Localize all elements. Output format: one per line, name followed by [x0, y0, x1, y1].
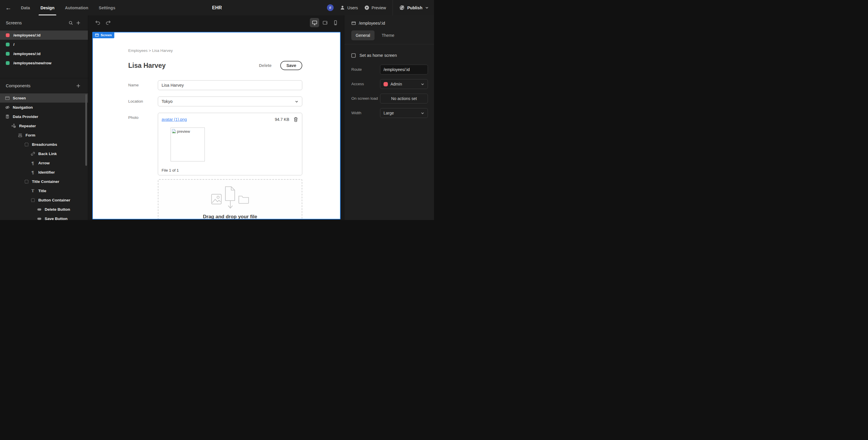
- publish-button[interactable]: Publish: [399, 5, 429, 10]
- file-card: avatar (1).png 94.7 KB: [158, 113, 302, 175]
- screen-badge[interactable]: Screen: [92, 32, 114, 38]
- width-label: Width: [351, 108, 362, 118]
- tree-item-delete-button[interactable]: Delete Button: [0, 205, 88, 214]
- history-controls: [95, 20, 112, 26]
- route-label: Route: [351, 65, 362, 74]
- text-icon: ¶: [30, 170, 35, 175]
- access-row: Access Admin: [351, 79, 428, 89]
- tree-item-button-container[interactable]: Button Container: [0, 195, 88, 205]
- container-icon: [24, 179, 29, 184]
- download-arrow-icon: [227, 201, 234, 209]
- database-icon: [5, 114, 10, 119]
- location-select[interactable]: Tokyo: [158, 97, 302, 106]
- tree-item-repeater[interactable]: Repeater: [0, 121, 88, 130]
- tree-item-title-container[interactable]: Title Container: [0, 177, 88, 186]
- home-screen-checkbox[interactable]: [351, 53, 356, 58]
- delete-button[interactable]: Delete: [259, 63, 272, 68]
- tree-item-arrow[interactable]: ¶ Arrow: [0, 158, 88, 168]
- eye-off-icon: [5, 105, 10, 110]
- file-link[interactable]: avatar (1).png: [162, 117, 187, 122]
- photo-field-row: Photo avatar (1).png 94.7 KB: [128, 113, 302, 175]
- form-content: Employees > Lisa Harvey Lisa Harvey Dele…: [128, 32, 302, 219]
- mobile-view-button[interactable]: [331, 18, 340, 27]
- dropzone-icons: [211, 186, 249, 210]
- preview-button[interactable]: Preview: [364, 5, 386, 10]
- on-screen-load-button[interactable]: No actions set: [380, 94, 428, 103]
- publish-label: Publish: [407, 5, 423, 10]
- location-value: Tokyo: [162, 99, 173, 104]
- access-label: Access: [351, 79, 364, 89]
- screen-item-employees-id-2[interactable]: /employees/:id: [0, 49, 88, 58]
- save-button[interactable]: Save: [280, 61, 302, 70]
- button-icon: [36, 216, 42, 220]
- on-screen-load-label: On screen load: [351, 94, 378, 103]
- play-icon: [364, 5, 369, 10]
- tab-theme[interactable]: Theme: [377, 30, 399, 40]
- add-screen-button[interactable]: [74, 19, 82, 27]
- tree-item-title[interactable]: T Title: [0, 186, 88, 195]
- tree-item-form[interactable]: Form: [0, 130, 88, 140]
- page-title: Lisa Harvey: [128, 62, 259, 70]
- components-title: Components: [6, 83, 30, 88]
- name-field-row: Name: [128, 80, 302, 90]
- screen-item-employees-id[interactable]: /employees/:id: [0, 30, 88, 40]
- tree-item-save-button[interactable]: Save Button: [0, 214, 88, 220]
- access-select[interactable]: Admin: [380, 79, 428, 89]
- location-label: Location: [128, 97, 143, 106]
- tab-data[interactable]: Data: [17, 0, 34, 15]
- file-dropzone[interactable]: Drag and drop your file: [158, 179, 302, 219]
- component-tree: Screen Navigation Data Provider Repeater: [0, 93, 88, 220]
- tree-item-identifier[interactable]: ¶ Identifier: [0, 168, 88, 177]
- back-arrow-icon[interactable]: ←: [0, 0, 17, 15]
- screen-badge-label: Screen: [101, 33, 112, 37]
- search-icon[interactable]: [67, 19, 74, 27]
- tablet-view-button[interactable]: [320, 18, 330, 27]
- screen-status-dot: [6, 52, 9, 56]
- add-component-button[interactable]: [74, 82, 82, 90]
- name-input[interactable]: [158, 80, 302, 90]
- tab-automation[interactable]: Automation: [61, 0, 93, 15]
- width-select[interactable]: Large: [380, 108, 428, 118]
- desktop-view-button[interactable]: [310, 18, 319, 27]
- trash-icon[interactable]: [293, 116, 299, 122]
- tree-item-data-provider[interactable]: Data Provider: [0, 112, 88, 121]
- tab-settings[interactable]: Settings: [95, 0, 119, 15]
- tree-item-breadcrumbs[interactable]: Breadcrumbs: [0, 140, 88, 149]
- tab-design[interactable]: Design: [36, 0, 58, 15]
- users-button[interactable]: Users: [340, 5, 358, 10]
- tab-general[interactable]: General: [351, 30, 375, 40]
- preview-alt-text: preview: [177, 129, 190, 134]
- tree-item-screen[interactable]: Screen: [0, 93, 88, 103]
- inspector-header: /employees/:id: [344, 15, 434, 31]
- chevron-down-icon: [425, 6, 429, 9]
- breadcrumb[interactable]: Employees > Lisa Harvey: [128, 48, 173, 53]
- width-row: Width Large: [351, 108, 428, 118]
- design-canvas[interactable]: Screen Employees > Lisa Harvey Lisa Harv…: [92, 32, 341, 219]
- tree-scrollbar[interactable]: [85, 94, 87, 166]
- screens-panel-header: Screens: [0, 15, 88, 30]
- on-screen-load-row: On screen load No actions set: [351, 94, 428, 103]
- tree-item-navigation[interactable]: Navigation: [0, 103, 88, 112]
- repeater-icon: [11, 123, 16, 128]
- divider: [344, 44, 434, 44]
- avatar[interactable]: F: [327, 4, 334, 11]
- chevron-down-icon: [295, 100, 299, 103]
- globe-slash-icon: [399, 5, 405, 10]
- screen-item-root[interactable]: /: [0, 40, 88, 49]
- file-row: avatar (1).png 94.7 KB: [162, 116, 299, 123]
- chevron-down-icon: [421, 82, 425, 86]
- photo-label: Photo: [128, 113, 138, 123]
- window-icon: [5, 95, 10, 101]
- undo-icon[interactable]: [95, 20, 101, 26]
- inspector-title: /employees/:id: [359, 21, 385, 26]
- top-bar: ← Data Design Automation Settings EHR F …: [0, 0, 434, 15]
- screen-status-dot: [6, 33, 9, 37]
- route-input[interactable]: [380, 65, 428, 74]
- home-screen-label: Set as home screen: [360, 53, 397, 58]
- tree-item-back-link[interactable]: Back Link: [0, 149, 88, 158]
- device-toggle: [310, 18, 340, 27]
- redo-icon[interactable]: [105, 20, 112, 26]
- top-right-controls: F Users Preview: [327, 0, 434, 15]
- image-icon: [211, 194, 222, 205]
- screen-item-employees-new-row[interactable]: /employees/new/row: [0, 58, 88, 68]
